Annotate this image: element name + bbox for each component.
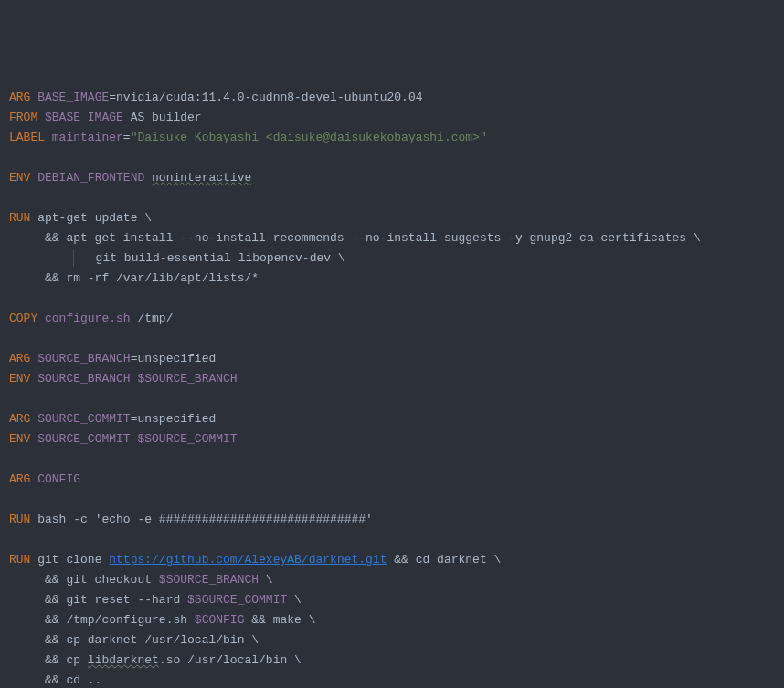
variable: DEBIAN_FRONTEND: [37, 171, 152, 185]
code-line-14: ENV SOURCE_BRANCH $SOURCE_BRANCH: [9, 369, 775, 389]
continuation: && cd ..: [9, 673, 101, 687]
code-line-16: ARG SOURCE_COMMIT=unspecified: [9, 409, 775, 429]
code-line-27: && cp darknet /usr/local/bin \: [9, 630, 775, 651]
command: git clone: [37, 553, 109, 566]
code-line-8: git build-essential libopencv-dev \: [9, 249, 775, 269]
code-line-10: [9, 289, 775, 309]
code-line-5: [9, 188, 775, 208]
keyword: RUN: [9, 513, 37, 526]
continuation: \: [259, 573, 273, 587]
code-line-22: [9, 530, 775, 550]
keyword: LABEL: [9, 131, 52, 144]
code-line-9: && rm -rf /var/lib/apt/lists/*: [9, 269, 775, 289]
continuation: && cp: [9, 653, 88, 667]
continuation: && git checkout: [9, 573, 159, 587]
code-line-4: ENV DEBIAN_FRONTEND noninteractive: [9, 168, 775, 188]
code-line-15: [9, 389, 775, 409]
keyword: COPY: [9, 312, 45, 325]
keyword: ARG: [9, 352, 37, 365]
variable: SOURCE_BRANCH: [37, 372, 137, 386]
source: configure.sh: [45, 312, 131, 325]
code-line-24: && git checkout $SOURCE_BRANCH \: [9, 570, 775, 590]
variable: $BASE_IMAGE: [45, 111, 123, 124]
continuation: && make \: [244, 613, 315, 627]
code-line-11: COPY configure.sh /tmp/: [9, 309, 775, 329]
code-line-23: RUN git clone https://github.com/AlexeyA…: [9, 550, 775, 570]
code-line-21: RUN bash -c 'echo -e ###################…: [9, 510, 775, 530]
code-line-0: ARG BASE_IMAGE=nvidia/cuda:11.4.0-cudnn8…: [9, 88, 775, 108]
code-editor[interactable]: ARG BASE_IMAGE=nvidia/cuda:11.4.0-cudnn8…: [9, 88, 775, 688]
continuation: && git reset --hard: [9, 593, 187, 607]
keyword: ENV: [9, 372, 37, 386]
code-line-7: && apt-get install --no-install-recommen…: [9, 228, 775, 249]
code-line-17: ENV SOURCE_COMMIT $SOURCE_COMMIT: [9, 429, 775, 450]
continuation: && cp darknet /usr/local/bin \: [9, 633, 259, 647]
text: AS builder: [123, 111, 202, 124]
dest: /tmp/: [131, 312, 174, 325]
variable-ref: $SOURCE_COMMIT: [187, 593, 287, 607]
code-line-1: FROM $BASE_IMAGE AS builder: [9, 108, 775, 128]
keyword: ENV: [9, 432, 37, 446]
code-line-20: [9, 490, 775, 510]
keyword: RUN: [9, 553, 37, 566]
variable: SOURCE_COMMIT: [37, 412, 130, 426]
value: =nvidia/cuda:11.4.0-cudnn8-devel-ubuntu2…: [109, 90, 422, 104]
continuation: && rm -rf /var/lib/apt/lists/*: [9, 271, 259, 285]
string: "Daisuke Kobayashi <daisuke@daisukekobay…: [131, 131, 487, 144]
continuation: .so /usr/local/bin \: [159, 653, 302, 667]
variable: maintainer: [52, 131, 123, 144]
variable-ref: $CONFIG: [195, 613, 245, 627]
command: && cd darknet \: [387, 553, 501, 566]
code-line-6: RUN apt-get update \: [9, 208, 775, 228]
value: =unspecified: [131, 412, 217, 426]
variable: SOURCE_BRANCH: [37, 352, 130, 365]
value: noninteractive: [152, 171, 251, 185]
variable: CONFIG: [37, 472, 80, 486]
keyword: ARG: [9, 90, 37, 104]
variable-ref: $SOURCE_BRANCH: [159, 573, 259, 587]
continuation: \: [287, 593, 302, 607]
code-line-18: [9, 450, 775, 470]
code-line-19: ARG CONFIG: [9, 470, 775, 490]
code-line-26: && /tmp/configure.sh $CONFIG && make \: [9, 610, 775, 630]
code-line-3: [9, 148, 775, 168]
keyword: RUN: [9, 211, 37, 225]
code-line-13: ARG SOURCE_BRANCH=unspecified: [9, 349, 775, 369]
keyword: ENV: [9, 171, 37, 185]
keyword: ARG: [9, 412, 37, 426]
variable: BASE_IMAGE: [37, 90, 109, 104]
keyword: FROM: [9, 111, 45, 124]
value: =unspecified: [131, 352, 217, 365]
command: apt-get update \: [37, 211, 152, 225]
variable-ref: $SOURCE_BRANCH: [137, 372, 237, 386]
code-line-28: && cp libdarknet.so /usr/local/bin \: [9, 651, 775, 671]
command: bash -c 'echo -e #######################…: [37, 513, 373, 526]
continuation: git build-essential libopencv-dev \: [74, 251, 344, 265]
keyword: ARG: [9, 472, 37, 486]
code-line-2: LABEL maintainer="Daisuke Kobayashi <dai…: [9, 128, 775, 148]
typo-word: libdarknet: [88, 653, 159, 667]
code-line-12: [9, 329, 775, 349]
continuation: && apt-get install --no-install-recommen…: [9, 231, 701, 245]
url: https://github.com/AlexeyAB/darknet.git: [109, 553, 387, 566]
code-line-29: && cd ..: [9, 671, 775, 688]
variable-ref: $SOURCE_COMMIT: [137, 432, 237, 446]
variable: SOURCE_COMMIT: [37, 432, 137, 446]
equals: =: [123, 131, 131, 144]
continuation: && /tmp/configure.sh: [9, 613, 195, 627]
code-line-25: && git reset --hard $SOURCE_COMMIT \: [9, 590, 775, 610]
